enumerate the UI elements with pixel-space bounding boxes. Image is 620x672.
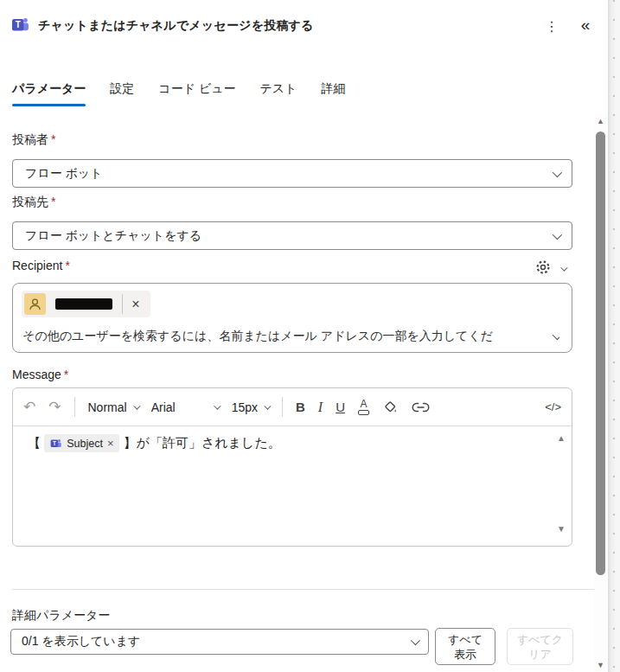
- clear-all-button: すべてクリア: [507, 628, 573, 665]
- font-size-dropdown[interactable]: 15px: [232, 400, 269, 414]
- collapse-pane-button[interactable]: «: [574, 13, 597, 37]
- token-label: Subject: [67, 438, 103, 450]
- teams-icon: T: [11, 16, 30, 35]
- remove-token-button[interactable]: ×: [107, 437, 114, 450]
- toolbar-divider: [74, 397, 75, 417]
- editor-scroll-up-icon[interactable]: ▲: [557, 433, 566, 443]
- chevron-down-icon: [264, 402, 271, 409]
- bold-icon[interactable]: B: [296, 400, 305, 414]
- tab-about[interactable]: 詳細: [322, 81, 346, 106]
- required-asterisk: *: [64, 368, 68, 381]
- chevron-down-icon: [133, 402, 140, 409]
- tab-code-view[interactable]: コード ビュー: [158, 81, 235, 106]
- chevron-down-icon: [214, 402, 221, 409]
- chevron-down-icon: [553, 229, 562, 239]
- message-text: 】が「許可」されました。: [124, 435, 281, 450]
- recipient-label: Recipient*: [12, 259, 70, 272]
- message-editor-content[interactable]: 【 T Subject × 】が「許可」されました。 ▲ ▼: [13, 426, 572, 546]
- teams-post-message-pane: T チャットまたはチャネルでメッセージを投稿する ⋮ « パラメーター 設定 コ…: [0, 0, 620, 672]
- tab-parameters[interactable]: パラメーター: [12, 81, 86, 106]
- italic-icon[interactable]: I: [318, 400, 323, 415]
- highlight-color-icon[interactable]: [382, 399, 399, 415]
- message-label: Message*: [12, 368, 68, 381]
- paragraph-style-dropdown[interactable]: Normal: [88, 400, 138, 414]
- toolbar-divider: [282, 397, 283, 417]
- tab-settings[interactable]: 設定: [110, 81, 134, 106]
- underline-icon[interactable]: U: [336, 400, 345, 414]
- advanced-parameters-dropdown[interactable]: 0/1 を表示しています: [10, 629, 429, 655]
- editor-scroll-down-icon[interactable]: ▼: [557, 524, 566, 534]
- pane-title: チャットまたはチャネルでメッセージを投稿する: [38, 18, 314, 34]
- chevron-down-icon: [553, 167, 562, 176]
- advanced-parameters-label: 詳細パラメーター: [12, 608, 110, 624]
- poster-value: フロー ボット: [25, 166, 103, 182]
- tab-test[interactable]: テスト: [260, 81, 297, 106]
- teams-icon: T: [50, 438, 62, 450]
- destination-value: フロー ボットとチャットをする: [25, 228, 201, 244]
- required-asterisk: *: [51, 132, 55, 146]
- recipient-placeholder: その他のユーザーを検索するには、名前またはメール アドレスの一部を入力してくだ: [22, 329, 493, 344]
- person-icon: [24, 293, 46, 315]
- svg-text:T: T: [16, 20, 21, 29]
- destination-label: 投稿先*: [12, 195, 55, 210]
- required-asterisk: *: [65, 259, 69, 272]
- dynamic-content-token[interactable]: T Subject ×: [44, 434, 119, 452]
- section-divider: [12, 589, 597, 590]
- chevron-down-icon: [553, 330, 559, 340]
- rte-toolbar: ↶ ↷ Normal Arial 15px B I U A: [13, 388, 572, 426]
- recipient-name-redacted: [55, 298, 112, 310]
- poster-label: 投稿者*: [12, 132, 55, 148]
- chevron-down-icon: [560, 264, 567, 271]
- recipient-settings-gear-icon[interactable]: [534, 259, 552, 276]
- show-all-button[interactable]: すべて表示: [435, 628, 495, 665]
- redo-icon[interactable]: ↷: [48, 398, 61, 416]
- pane-scrollbar[interactable]: ▲ ▼: [594, 115, 607, 672]
- code-view-icon[interactable]: </>: [545, 400, 561, 413]
- svg-text:T: T: [53, 440, 56, 446]
- chevron-down-icon: [411, 636, 420, 645]
- recipient-input[interactable]: × その他のユーザーを検索するには、名前またはメール アドレスの一部を入力してく…: [12, 283, 572, 353]
- message-text-prefix: 【: [28, 435, 41, 450]
- scroll-up-icon[interactable]: ▲: [594, 117, 607, 125]
- designer-canvas-strip: [608, 0, 620, 672]
- recipient-chip[interactable]: ×: [22, 291, 150, 317]
- advanced-parameters-value: 0/1 を表示しています: [22, 634, 140, 650]
- message-rich-text-editor: ↶ ↷ Normal Arial 15px B I U A: [12, 387, 572, 547]
- poster-dropdown[interactable]: フロー ボット: [12, 159, 572, 188]
- recipient-options-chevron[interactable]: [560, 261, 566, 274]
- link-icon[interactable]: [412, 402, 430, 413]
- scroll-down-icon[interactable]: ▼: [594, 661, 607, 669]
- remove-recipient-button[interactable]: ×: [123, 297, 149, 312]
- font-family-dropdown[interactable]: Arial: [151, 400, 219, 414]
- scrollbar-thumb[interactable]: [596, 131, 605, 575]
- tab-bar: パラメーター 設定 コード ビュー テスト 詳細: [12, 81, 346, 106]
- font-color-icon[interactable]: A: [358, 400, 369, 415]
- undo-icon[interactable]: ↶: [23, 398, 35, 416]
- destination-dropdown[interactable]: フロー ボットとチャットをする: [12, 221, 572, 250]
- required-asterisk: *: [51, 195, 55, 208]
- more-menu-button[interactable]: ⋮: [541, 15, 562, 37]
